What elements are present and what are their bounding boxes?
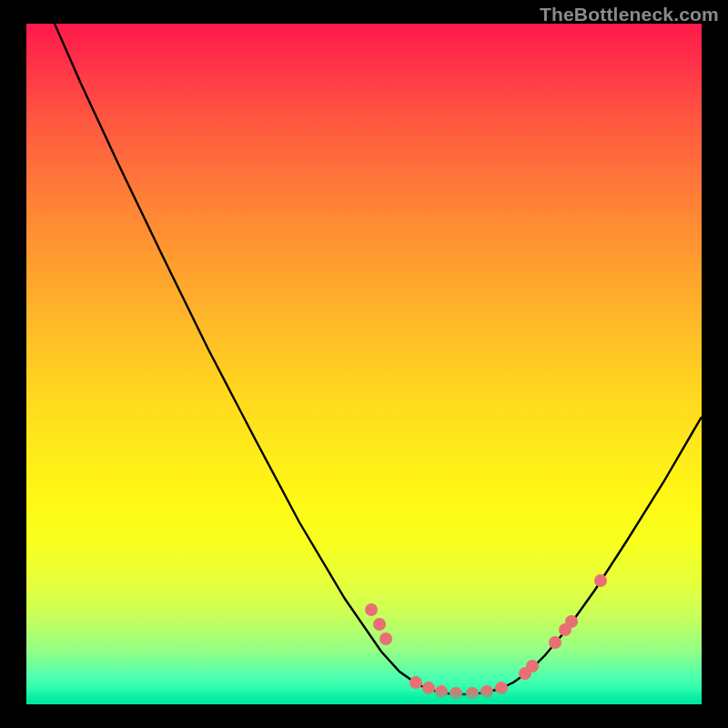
chart-area (26, 24, 702, 704)
marker-dot (594, 574, 607, 587)
marker-dot (410, 676, 422, 689)
marker-dot (526, 660, 539, 672)
marker-dot (379, 632, 392, 645)
marker-dot (565, 615, 578, 628)
bottleneck-curve (26, 24, 702, 704)
watermark-text: TheBottleneck.com (540, 4, 719, 25)
marker-dot (365, 603, 378, 616)
marker-dot (549, 636, 561, 649)
marker-dot (373, 618, 386, 631)
baseline-band (26, 690, 702, 704)
